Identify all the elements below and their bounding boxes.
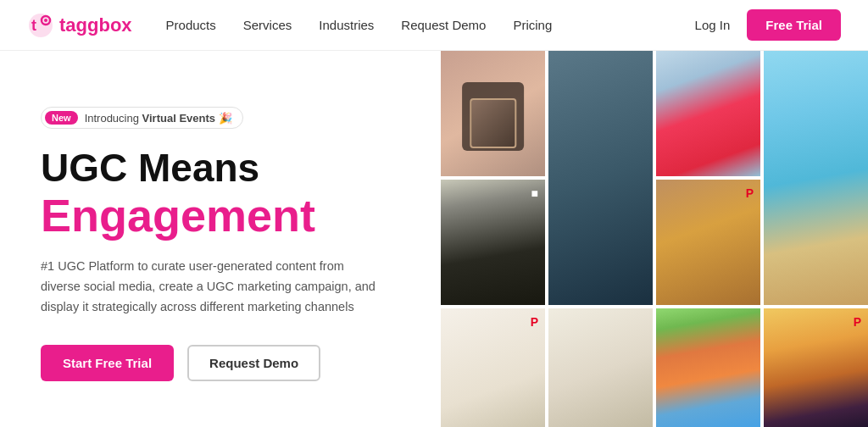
- svg-point-3: [44, 19, 47, 22]
- instagram-icon-5: ■: [531, 186, 538, 200]
- badge-emoji: 🎉: [219, 112, 232, 125]
- logo[interactable]: t taggbox: [27, 12, 132, 39]
- nav-links: Products Services Industries Request Dem…: [166, 18, 695, 32]
- nav-services[interactable]: Services: [243, 18, 292, 32]
- grid-cell-7: P: [441, 308, 545, 427]
- grid-cell-4: [764, 51, 868, 305]
- nav-pricing[interactable]: Pricing: [513, 18, 552, 32]
- hero-buttons: Start Free Trial Request Demo: [41, 345, 407, 381]
- logo-icon: t: [27, 12, 54, 39]
- grid-cell-9: [656, 308, 760, 427]
- badge-new-label: New: [45, 111, 78, 125]
- grid-cell-6: P: [656, 180, 760, 305]
- badge-bold: Virtual Events: [142, 112, 215, 125]
- grid-cell-8: [548, 308, 653, 427]
- hero-title-pink: Engagement: [41, 191, 407, 241]
- pinterest-icon-6: P: [746, 186, 754, 200]
- hero-section: New Introducing Virtual Events 🎉 UGC Mea…: [0, 51, 868, 427]
- start-free-trial-button[interactable]: Start Free Trial: [41, 345, 174, 381]
- hero-description: #1 UGC Platform to curate user-generated…: [41, 257, 380, 318]
- nav-right: Log In Free Trial: [695, 9, 841, 41]
- nav-free-trial-button[interactable]: Free Trial: [747, 9, 841, 41]
- announcement-badge: New Introducing Virtual Events 🎉: [41, 107, 243, 129]
- image-grid: ■ P P P: [441, 51, 868, 427]
- request-demo-button[interactable]: Request Demo: [187, 345, 320, 381]
- hero-right: ■ P P P: [441, 51, 868, 427]
- pinterest-icon-10: P: [854, 315, 861, 329]
- hero-left: New Introducing Virtual Events 🎉 UGC Mea…: [0, 51, 441, 427]
- grid-cell-1: [441, 51, 545, 176]
- pinterest-icon-7: P: [531, 315, 538, 329]
- hero-title-black: UGC Means: [41, 146, 407, 191]
- grid-cell-5: ■: [441, 180, 545, 305]
- logo-text: taggbox: [59, 14, 132, 36]
- grid-cell-2: [548, 51, 653, 305]
- nav-products[interactable]: Products: [166, 18, 216, 32]
- nav-request-demo[interactable]: Request Demo: [401, 18, 486, 32]
- login-button[interactable]: Log In: [695, 18, 731, 32]
- navbar: t taggbox Products Services Industries R…: [0, 0, 868, 51]
- svg-text:t: t: [31, 17, 36, 34]
- badge-text: Introducing Virtual Events 🎉: [85, 112, 232, 125]
- grid-cell-10: P: [764, 308, 868, 427]
- nav-industries[interactable]: Industries: [319, 18, 374, 32]
- grid-cell-3: [656, 51, 760, 176]
